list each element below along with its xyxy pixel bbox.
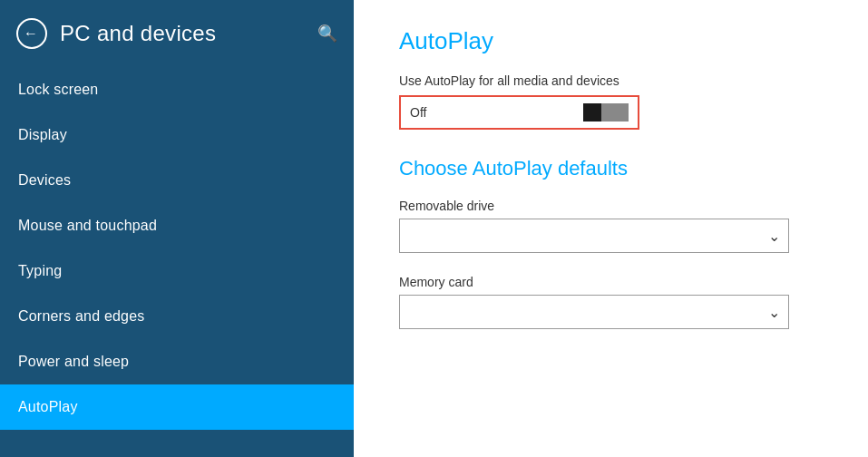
back-button[interactable]: ← bbox=[16, 18, 47, 49]
sidebar-item-lock-screen[interactable]: Lock screen bbox=[0, 67, 354, 112]
removable-drive-label: Removable drive bbox=[399, 199, 823, 213]
toggle-switch[interactable] bbox=[583, 102, 629, 122]
sidebar-item-typing[interactable]: Typing bbox=[0, 248, 354, 294]
removable-drive-dropdown-wrapper: ⌄ bbox=[399, 219, 789, 253]
toggle-thumb bbox=[583, 103, 601, 122]
search-icon[interactable]: 🔍 bbox=[317, 24, 337, 44]
autoplay-toggle[interactable]: Off bbox=[399, 95, 639, 130]
sidebar-header: ← PC and devices 🔍 bbox=[0, 0, 354, 67]
sidebar-item-corners-edges[interactable]: Corners and edges bbox=[0, 294, 354, 339]
main-content: AutoPlay Use AutoPlay for all media and … bbox=[354, 0, 868, 457]
choose-defaults-title: Choose AutoPlay defaults bbox=[399, 157, 823, 180]
toggle-track bbox=[583, 103, 629, 122]
sidebar-item-autoplay[interactable]: AutoPlay bbox=[0, 384, 354, 430]
sidebar-title: PC and devices bbox=[60, 21, 216, 46]
toggle-off-label: Off bbox=[401, 105, 510, 120]
sidebar-item-devices[interactable]: Devices bbox=[0, 158, 354, 203]
sidebar: ← PC and devices 🔍 Lock screen Display D… bbox=[0, 0, 354, 457]
sidebar-item-display[interactable]: Display bbox=[0, 112, 354, 158]
sidebar-item-power-sleep[interactable]: Power and sleep bbox=[0, 339, 354, 384]
memory-card-label: Memory card bbox=[399, 275, 823, 289]
removable-drive-select[interactable] bbox=[399, 219, 789, 253]
autoplay-title: AutoPlay bbox=[399, 27, 823, 55]
back-arrow-icon: ← bbox=[24, 26, 38, 41]
nav-list: Lock screen Display Devices Mouse and to… bbox=[0, 67, 354, 457]
memory-card-select[interactable] bbox=[399, 295, 789, 329]
toggle-description: Use AutoPlay for all media and devices bbox=[399, 73, 823, 88]
memory-card-dropdown-wrapper: ⌄ bbox=[399, 295, 789, 329]
sidebar-item-mouse-touchpad[interactable]: Mouse and touchpad bbox=[0, 203, 354, 248]
